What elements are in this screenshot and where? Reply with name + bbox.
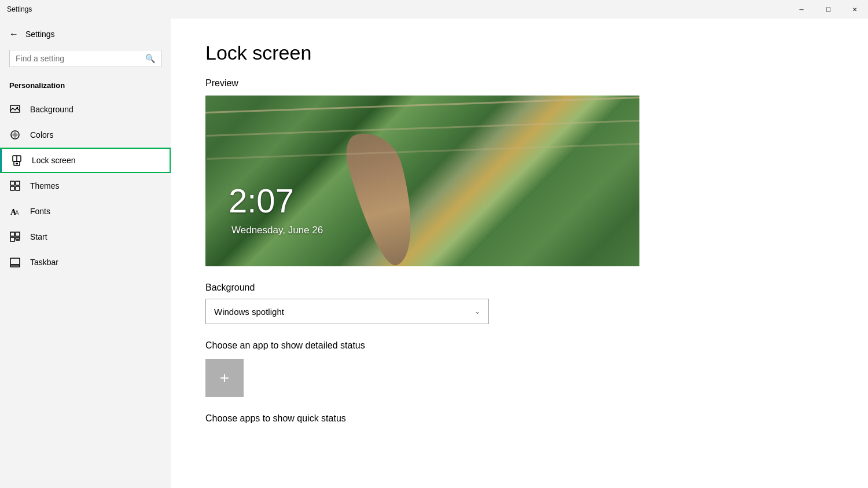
back-button[interactable]: ← Settings — [0, 24, 64, 44]
page-title: Lock screen — [205, 42, 833, 64]
sidebar-item-lock-screen[interactable]: Lock screen — [0, 148, 171, 173]
svg-rect-14 — [16, 232, 20, 236]
svg-rect-6 — [16, 163, 18, 164]
svg-point-1 — [17, 107, 19, 109]
svg-rect-18 — [10, 258, 20, 265]
add-detail-app-button[interactable]: + — [205, 359, 244, 397]
search-input[interactable] — [16, 54, 145, 63]
background-label: Background — [30, 105, 73, 114]
search-icon[interactable]: 🔍 — [145, 54, 155, 63]
fonts-icon: A A — [9, 206, 21, 217]
preview-date: Wednesday, June 26 — [231, 225, 323, 236]
search-box: 🔍 — [9, 50, 161, 67]
main-content: Lock screen Preview 2:07 Wednesday, June… — [171, 19, 868, 488]
section-title: Personalization — [0, 76, 171, 97]
sidebar-item-fonts[interactable]: A A Fonts — [0, 199, 171, 224]
background-dropdown-value: Windows spotlight — [214, 307, 284, 317]
fonts-label: Fonts — [30, 207, 50, 216]
close-button[interactable]: ✕ — [841, 0, 868, 19]
minimize-button[interactable]: ─ — [788, 0, 815, 19]
start-icon — [9, 231, 21, 243]
themes-label: Themes — [30, 181, 60, 190]
svg-rect-19 — [10, 265, 20, 267]
colors-icon — [9, 129, 21, 141]
svg-rect-16 — [16, 237, 20, 239]
preview-time: 2:07 — [229, 181, 294, 220]
titlebar-left: Settings — [7, 5, 32, 13]
start-label: Start — [30, 232, 47, 241]
sidebar: ← Settings 🔍 Personalization Background — [0, 19, 171, 488]
svg-rect-7 — [10, 181, 14, 185]
sidebar-item-start[interactable]: Start — [0, 224, 171, 249]
sidebar-item-colors[interactable]: Colors — [0, 122, 171, 148]
background-icon — [9, 104, 21, 115]
titlebar: Settings ─ ☐ ✕ — [0, 0, 868, 19]
back-label: Settings — [25, 30, 55, 39]
svg-rect-13 — [10, 232, 14, 236]
app-body: ← Settings 🔍 Personalization Background — [0, 19, 868, 488]
sidebar-item-background[interactable]: Background — [0, 97, 171, 122]
quick-status-label: Choose apps to show quick status — [205, 413, 833, 424]
colors-label: Colors — [30, 130, 53, 140]
themes-icon — [9, 180, 21, 192]
back-arrow-icon: ← — [9, 29, 19, 39]
maximize-button[interactable]: ☐ — [815, 0, 841, 19]
chevron-down-icon: ⌄ — [475, 307, 480, 315]
lock-screen-preview: 2:07 Wednesday, June 26 — [205, 96, 639, 266]
svg-rect-10 — [16, 186, 20, 190]
lock-screen-label: Lock screen — [32, 156, 75, 165]
svg-rect-15 — [10, 237, 14, 241]
sidebar-item-taskbar[interactable]: Taskbar — [0, 249, 171, 275]
svg-text:A: A — [15, 210, 19, 216]
titlebar-title: Settings — [7, 5, 32, 13]
detail-status-label: Choose an app to show detailed status — [205, 340, 833, 351]
background-section-label: Background — [205, 282, 833, 293]
svg-rect-9 — [10, 186, 14, 190]
background-dropdown[interactable]: Windows spotlight ⌄ — [205, 299, 489, 324]
taskbar-icon — [9, 256, 21, 268]
taskbar-label: Taskbar — [30, 258, 58, 267]
titlebar-controls: ─ ☐ ✕ — [788, 0, 868, 19]
sidebar-item-themes[interactable]: Themes — [0, 173, 171, 199]
preview-label: Preview — [205, 78, 833, 89]
svg-rect-8 — [16, 181, 20, 185]
lock-screen-icon — [11, 155, 23, 166]
